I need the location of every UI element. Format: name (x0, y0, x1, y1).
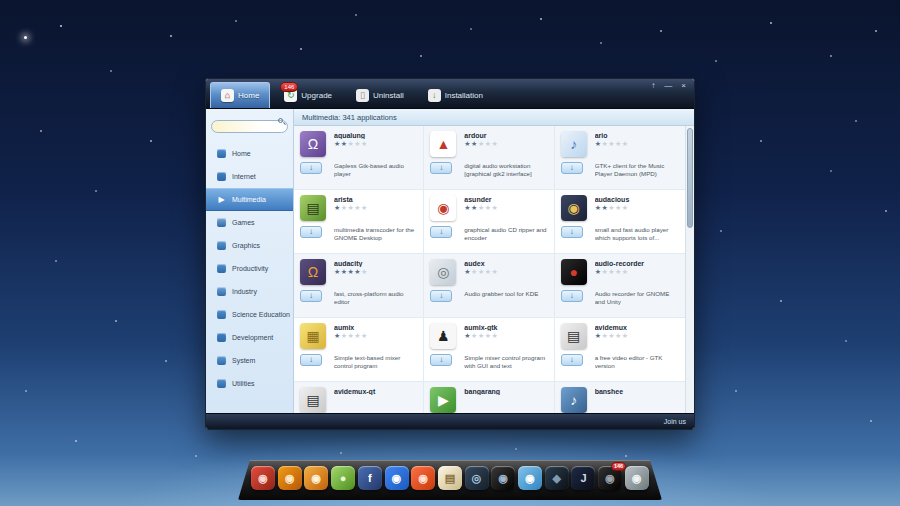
install-button[interactable]: ↓ (430, 290, 452, 302)
app-name: avidemux-qt (334, 388, 419, 395)
sidebar-item-home[interactable]: Home (206, 142, 293, 165)
minimize-button[interactable]: — (664, 82, 672, 90)
app-card-avidemux[interactable]: ▤avidemux★★★★★↓a free video editor - GTK… (555, 318, 685, 382)
app-card-audacious[interactable]: ◉audacious★★★★★↓small and fast audio pla… (555, 190, 685, 254)
dock-icon-4[interactable]: ● (331, 466, 355, 490)
app-head: aumix-gtk★★★★★ (464, 323, 549, 352)
dock-glyph: ◉ (632, 473, 642, 484)
install-button[interactable]: ↓ (430, 226, 452, 238)
install-button[interactable]: ↓ (300, 162, 322, 174)
app-card-audacity[interactable]: Ωaudacity★★★★★↓fast, cross-platform audi… (294, 254, 424, 318)
scrollbar-thumb[interactable] (687, 128, 693, 228)
dock-icon-9[interactable]: ◎ (465, 466, 489, 490)
dock-icon-1[interactable]: ◉ (251, 466, 275, 490)
category-header-label: Multimedia: 341 applications (302, 113, 397, 122)
install-button[interactable]: ↓ (561, 290, 583, 302)
search-input[interactable] (211, 120, 288, 133)
utilities-icon (217, 379, 226, 388)
tab-installation[interactable]: ↓Installation (418, 82, 493, 108)
app-card-aumix[interactable]: ▦aumix★★★★★↓Simple text-based mixer cont… (294, 318, 424, 382)
dock-icon-11[interactable]: ◉ (518, 466, 542, 490)
app-name: avidemux (595, 324, 681, 331)
tab-uninstall[interactable]: ▯Uninstall (346, 82, 414, 108)
sidebar-item-internet[interactable]: Internet (206, 165, 293, 188)
app-head: audacity★★★★★ (334, 259, 419, 288)
dock-icon-15[interactable]: ◉ (625, 466, 649, 490)
dock-icon-14[interactable]: ◉146 (598, 466, 622, 490)
join-us-link[interactable]: Join us (664, 418, 686, 425)
app-head: audio-recorder★★★★★ (595, 259, 681, 288)
install-button[interactable]: ↓ (561, 226, 583, 238)
stars-empty: ★★★★ (471, 332, 498, 339)
app-card-aumix-gtk[interactable]: ♟aumix-gtk★★★★★↓Simple mixer control pro… (424, 318, 554, 382)
dock-icon-13[interactable]: J (571, 466, 595, 490)
app-card-asunder[interactable]: ◉asunder★★★★★↓graphical audio CD ripper … (424, 190, 554, 254)
app-card-bangarang[interactable]: ▶bangarang↓ (424, 382, 554, 413)
dock-icon-12[interactable]: ◆ (545, 466, 569, 490)
install-button[interactable]: ↓ (300, 290, 322, 302)
stars-decoration (0, 0, 2, 2)
sidebar-item-label: Games (232, 219, 255, 226)
sidebar-item-productivity[interactable]: Productivity (206, 257, 293, 280)
sidebar-item-multimedia[interactable]: ▶Multimedia (206, 188, 293, 211)
dock-icon-8[interactable]: ▤ (438, 466, 462, 490)
app-card-arista[interactable]: ▤arista★★★★★↓multimedia transcoder for t… (294, 190, 424, 254)
stars-empty: ★★★ (478, 204, 498, 211)
dock-icon-5[interactable]: f (358, 466, 382, 490)
app-name: asunder (464, 196, 549, 203)
dock-glyph: ◆ (553, 473, 561, 484)
tab-upgrade[interactable]: ↻Upgrade146 (274, 82, 342, 108)
up-button[interactable]: ↑ (651, 82, 655, 90)
multimedia-icon: ▶ (217, 195, 226, 204)
app-card-avidemux-qt[interactable]: ▤avidemux-qt↓ (294, 382, 424, 413)
aumix-gtk-icon: ♟ (430, 323, 456, 349)
search-box[interactable] (211, 115, 288, 133)
app-description: multimedia transcoder for the GNOME Desk… (334, 226, 419, 253)
toolbar: ⌂Home↻Upgrade146▯Uninstall↓Installation … (206, 79, 694, 109)
install-button[interactable]: ↓ (561, 162, 583, 174)
app-description: Simple text-based mixer control program (334, 354, 419, 381)
tab-home[interactable]: ⌂Home (210, 82, 270, 108)
install-button[interactable]: ↓ (561, 354, 583, 366)
ardour-icon: ▲ (430, 131, 456, 157)
sidebar-item-games[interactable]: Games (206, 211, 293, 234)
app-card-banshee[interactable]: ♪banshee↓ (555, 382, 685, 413)
sidebar-item-label: Development (232, 334, 273, 341)
app-card-ario[interactable]: ♪ario★★★★★↓GTK+ client for the Music Pla… (555, 126, 685, 190)
app-card-audio-recorder[interactable]: ●audio-recorder★★★★★↓Audio recorder for … (555, 254, 685, 318)
stars-empty: ★★★ (348, 140, 368, 147)
stars-empty: ★★★ (608, 204, 628, 211)
sidebar-item-science-education[interactable]: Science Education (206, 303, 293, 326)
app-head: audacious★★★★★ (595, 195, 681, 224)
install-button[interactable]: ↓ (300, 226, 322, 238)
sidebar-item-label: Utilities (232, 380, 255, 387)
app-card-audex[interactable]: ◎audex★★★★★↓Audio grabber tool for KDE (424, 254, 554, 318)
install-button[interactable]: ↓ (300, 354, 322, 366)
install-button[interactable]: ↓ (430, 162, 452, 174)
window-body: HomeInternet▶MultimediaGamesGraphicsProd… (206, 109, 694, 413)
games-icon (217, 218, 226, 227)
desktop: ⌂Home↻Upgrade146▯Uninstall↓Installation … (0, 0, 900, 506)
rating-stars: ★★★★★ (464, 139, 549, 148)
audacity-icon: Ω (300, 259, 326, 285)
dock-icon-6[interactable]: ◉ (385, 466, 409, 490)
window-controls: ↑—× (651, 82, 686, 90)
sidebar-item-development[interactable]: Development (206, 326, 293, 349)
dock-icon-10[interactable]: ◉ (491, 466, 515, 490)
close-button[interactable]: × (681, 82, 686, 90)
sidebar-item-system[interactable]: System (206, 349, 293, 372)
dock-icons: ◉◉◉●f◉◉▤◎◉◉◆J◉146◉ (251, 466, 649, 490)
install-button[interactable]: ↓ (430, 354, 452, 366)
app-name: aumix-gtk (464, 324, 549, 331)
dock-icon-3[interactable]: ◉ (304, 466, 328, 490)
sidebar-item-utilities[interactable]: Utilities (206, 372, 293, 395)
dock-icon-2[interactable]: ◉ (278, 466, 302, 490)
sidebar-item-graphics[interactable]: Graphics (206, 234, 293, 257)
app-name: ario (595, 132, 681, 139)
scrollbar[interactable] (685, 126, 694, 413)
app-card-aqualung[interactable]: Ωaqualung★★★★★↓Gapless Gtk-based audio p… (294, 126, 424, 190)
rating-stars: ★★★★★ (464, 331, 549, 340)
dock-icon-7[interactable]: ◉ (411, 466, 435, 490)
app-card-ardour[interactable]: ▲ardour★★★★★↓digital audio workstation [… (424, 126, 554, 190)
sidebar-item-industry[interactable]: Industry (206, 280, 293, 303)
